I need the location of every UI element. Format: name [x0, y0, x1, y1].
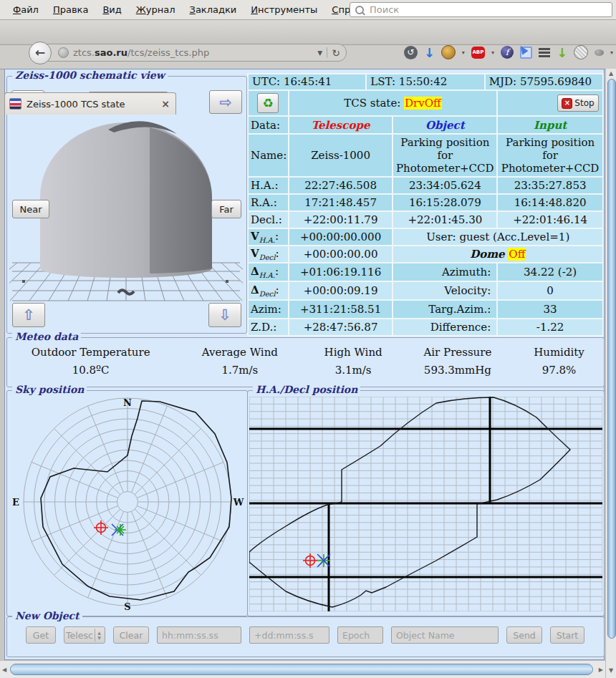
tcs-status-table: UTC: 16:45:41 LST: 15:50:42 MJD: 57595.6… — [247, 73, 604, 336]
clear-button[interactable]: Clear — [113, 626, 149, 644]
ra-input: 16:14:48.820 — [498, 195, 602, 210]
down-arrow-icon: ⇩ — [218, 306, 231, 324]
name-object: Parking position for Photometer+CCD — [393, 135, 496, 176]
menu-item[interactable]: Файл — [6, 4, 46, 15]
azimuth-value: 34.22 (-2) — [498, 263, 602, 281]
meteo-item-label: Outdoor Temperature — [7, 346, 174, 359]
history-icon[interactable]: ↺ — [404, 46, 418, 59]
menu-hamburger-icon[interactable] — [539, 48, 550, 50]
back-button[interactable]: ← — [29, 42, 52, 64]
dome-state-badge: Off — [508, 248, 526, 261]
ra-telescope: 17:21:48.457 — [289, 195, 393, 210]
schematic-view-panel: Zeiss-1000 schematic view ⇦ — [6, 76, 247, 334]
name-telescope: Zeiss-1000 — [289, 135, 393, 176]
greasemonkey-icon[interactable] — [441, 45, 456, 59]
start-button[interactable]: Start — [550, 626, 584, 644]
url-dropdown-icon[interactable]: ▼ — [317, 49, 322, 57]
meteo-item-label: High Wind — [305, 346, 400, 359]
stop-x-icon: × — [562, 98, 572, 109]
lst-time: LST: 15:50:42 — [367, 74, 483, 89]
difference-value: -1.22 — [498, 319, 602, 335]
ra-input[interactable] — [157, 626, 241, 644]
download-manager-icon[interactable]: ↓ — [557, 45, 567, 60]
telescope-select[interactable]: Telesc▲▼ — [64, 626, 105, 644]
meteo-item: Air Pressure593.3mmHg — [401, 346, 514, 377]
label-west: W — [233, 497, 244, 508]
near-label: Near — [19, 204, 42, 215]
column-input: Input — [498, 117, 602, 133]
url-bar[interactable]: ztcs.sao.ru/tcs/zeiss_tcs.php ▼ ↻ — [37, 44, 347, 62]
meteo-legend: Meteo data — [12, 331, 81, 342]
vertical-scrollbar[interactable]: ▲ ▼ — [605, 69, 616, 678]
name-label: Name: — [249, 135, 288, 176]
far-button[interactable]: Far — [211, 200, 241, 218]
scroll-down-icon[interactable]: ▼ — [606, 667, 616, 674]
download-arrow-icon[interactable]: ↓ — [424, 45, 435, 60]
meteo-item-value: 97.8% — [514, 364, 604, 377]
menu-item[interactable]: Инструменты — [244, 4, 324, 15]
scroll-right-icon[interactable]: ▶ — [599, 667, 603, 673]
schematic-legend: Zeiss-1000 schematic view — [12, 69, 168, 81]
search-icon — [355, 6, 364, 14]
meteo-item-value: 3.1m/s — [305, 364, 400, 377]
search-field[interactable] — [350, 2, 612, 17]
vertical-scroll-thumb[interactable] — [607, 79, 616, 639]
horizontal-scrollbar[interactable]: ◀ ▶ — [0, 660, 605, 678]
tcs-state-badge: DrvOff — [404, 97, 442, 110]
proxy-globe-icon[interactable] — [574, 45, 588, 59]
tab-zeiss-tcs[interactable]: Zeiss-1000 TCS state × — [4, 92, 176, 115]
toolbar-icons: ↺ ↓ ▾ ABP ▾ f ↓ ▾ — [404, 42, 613, 63]
polar-grid — [24, 398, 231, 606]
select-spinner-icon[interactable]: ▲▼ — [95, 629, 103, 641]
epoch-input[interactable] — [337, 626, 383, 644]
stop-button[interactable]: ×Stop — [557, 95, 599, 112]
meteo-item: Average Wind1.7m/s — [174, 346, 305, 377]
tilt-down-button[interactable]: ⇩ — [208, 303, 241, 327]
tab-close-icon[interactable]: × — [160, 98, 171, 110]
meteo-item: Outdoor Temperature10.8ºC — [7, 346, 174, 377]
row-label: ΔDecl: — [249, 282, 288, 299]
url-divider — [327, 47, 327, 58]
stop-cell: ×Stop — [498, 91, 602, 115]
greasemonkey-caret-icon[interactable]: ▾ — [462, 49, 465, 56]
flash-icon[interactable]: f — [501, 46, 514, 59]
send-button[interactable]: Send — [506, 626, 542, 644]
refresh-button[interactable]: ♻ — [257, 93, 279, 113]
browser-window: ФайлПравкаВидЖурналЗакладкиИнструментыСп… — [0, 0, 616, 678]
dec-input[interactable] — [249, 626, 329, 644]
meteo-item-value: 1.7m/s — [174, 364, 305, 377]
adblock-icon[interactable]: ABP — [471, 47, 485, 59]
tab-favicon-icon — [9, 98, 21, 110]
hadecl-position-panel: H.A./Decl position — [247, 390, 605, 616]
adblock-caret-icon[interactable]: ▾ — [491, 49, 494, 56]
stop-label: Stop — [574, 98, 594, 108]
menu-item[interactable]: Журнал — [129, 4, 183, 15]
near-button[interactable]: Near — [12, 200, 49, 218]
object-name-input[interactable] — [391, 626, 499, 644]
scroll-left-icon[interactable]: ◀ — [2, 667, 6, 673]
meteo-item-label: Air Pressure — [401, 346, 514, 359]
menu-bar: ФайлПравкаВидЖурналЗакладкиИнструментыСп… — [0, 0, 616, 20]
decl-telescope: +22:00:11.79 — [289, 212, 393, 228]
menu-item[interactable]: Закладки — [183, 4, 244, 15]
get-button[interactable]: Get — [26, 626, 56, 644]
vdecl-telescope: +00:00:00.00 — [289, 246, 393, 262]
reload-icon[interactable]: ↻ — [332, 47, 340, 59]
fly-caret-icon[interactable]: ▾ — [610, 49, 613, 56]
scroll-up-icon[interactable]: ▲ — [606, 70, 616, 77]
menu-item[interactable]: Правка — [46, 4, 95, 15]
fly-addon-icon[interactable] — [595, 49, 604, 56]
tilt-up-button[interactable]: ⇧ — [12, 303, 45, 327]
menu-item[interactable]: Вид — [95, 4, 128, 15]
floor-marker-left — [22, 280, 25, 283]
search-input[interactable] — [368, 4, 612, 16]
meteo-item-label: Humidity — [514, 346, 604, 359]
menu-items: ФайлПравкаВидЖурналЗакладкиИнструментыСп… — [6, 0, 380, 19]
new-object-controls: Get Telesc▲▼ Clear Send Start — [26, 626, 604, 644]
telescope-marker — [303, 553, 317, 568]
sky-position-plot: N E W S — [9, 397, 245, 611]
hadecl-position-plot — [249, 397, 602, 611]
selection-tool-icon[interactable] — [520, 47, 532, 59]
rotate-right-button[interactable]: ⇨ — [209, 90, 242, 114]
horizontal-scroll-thumb[interactable] — [10, 664, 593, 675]
